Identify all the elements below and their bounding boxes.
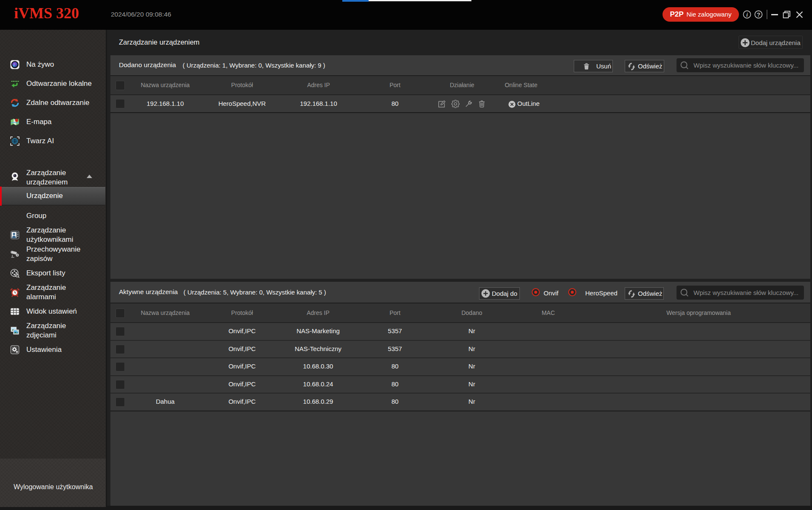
svg-text:?: ? [757, 11, 760, 18]
svg-text:i: i [746, 11, 748, 18]
